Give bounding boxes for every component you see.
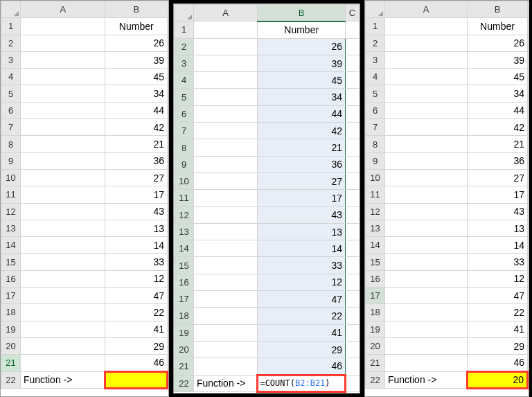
row-header[interactable]: 7	[175, 123, 194, 139]
cell[interactable]	[346, 291, 360, 308]
cell[interactable]	[194, 291, 258, 308]
row-header[interactable]: 21	[175, 358, 194, 375]
cell[interactable]	[385, 321, 468, 337]
cell[interactable]	[346, 375, 360, 391]
row-header[interactable]: 10	[175, 173, 194, 189]
cell-selected[interactable]: 33	[258, 257, 346, 274]
cell[interactable]	[21, 254, 105, 270]
select-all-corner[interactable]	[1, 1, 21, 18]
cell[interactable]: 39	[468, 51, 528, 68]
cell[interactable]	[194, 324, 258, 341]
select-all-corner[interactable]	[366, 1, 385, 18]
cell[interactable]: 44	[468, 102, 528, 118]
row-header[interactable]: 2	[1, 35, 21, 51]
row-header[interactable]: 11	[366, 186, 385, 203]
row-header[interactable]: 20	[366, 337, 385, 354]
cell[interactable]: 46	[468, 355, 528, 371]
cell[interactable]	[385, 35, 468, 51]
col-header-C[interactable]: C	[346, 5, 360, 21]
cell[interactable]	[385, 85, 468, 102]
cell[interactable]: 47	[468, 288, 528, 304]
cell[interactable]: 34	[468, 85, 528, 102]
cell-selected[interactable]: 29	[258, 341, 346, 358]
row-header[interactable]: 13	[366, 220, 385, 236]
cell[interactable]	[346, 240, 360, 257]
row-header[interactable]: 12	[366, 203, 385, 220]
cell[interactable]	[21, 355, 105, 371]
cell[interactable]: 45	[468, 69, 528, 85]
cell[interactable]	[346, 123, 360, 139]
cell[interactable]	[194, 55, 258, 71]
grid-3[interactable]: A B 1Number 226 339 445 534 644 742 821 …	[365, 1, 529, 389]
cell[interactable]	[21, 69, 105, 85]
select-all-corner[interactable]	[175, 5, 194, 21]
row-header[interactable]: 5	[175, 89, 194, 105]
cell[interactable]	[194, 274, 258, 290]
cell-title[interactable]: Number	[258, 21, 346, 38]
row-header[interactable]: 22	[175, 375, 194, 391]
row-header[interactable]: 8	[1, 136, 21, 152]
cell[interactable]: 26	[105, 35, 168, 51]
row-header[interactable]: 18	[1, 304, 21, 321]
grid-1[interactable]: A B 1Number 226 339 445 534 644 742 821 …	[1, 1, 168, 389]
cell[interactable]	[21, 85, 105, 102]
cell[interactable]	[346, 72, 360, 89]
cell[interactable]	[194, 223, 258, 240]
cell[interactable]	[346, 324, 360, 341]
cell[interactable]	[385, 288, 468, 304]
cell[interactable]	[21, 186, 105, 203]
cell[interactable]: 27	[105, 169, 168, 186]
row-header[interactable]: 17	[1, 288, 21, 304]
cell[interactable]	[346, 190, 360, 206]
cell[interactable]	[21, 203, 105, 220]
row-header[interactable]: 1	[366, 18, 385, 35]
function-label[interactable]: Function ->	[21, 371, 105, 388]
cell[interactable]	[346, 105, 360, 122]
cell[interactable]	[21, 152, 105, 169]
cell[interactable]	[194, 190, 258, 206]
row-header[interactable]: 2	[175, 38, 194, 55]
cell[interactable]	[21, 169, 105, 186]
cell-selected[interactable]: 21	[258, 139, 346, 156]
cell[interactable]: 34	[105, 85, 168, 102]
cell[interactable]	[21, 102, 105, 118]
cell[interactable]: 42	[468, 119, 528, 136]
cell-selected[interactable]: 27	[258, 173, 346, 189]
row-header[interactable]: 19	[1, 321, 21, 337]
row-header[interactable]: 18	[366, 304, 385, 321]
cell[interactable]: 12	[105, 270, 168, 287]
cell[interactable]: 22	[105, 304, 168, 321]
cell[interactable]: 43	[468, 203, 528, 220]
cell[interactable]	[346, 274, 360, 290]
cell[interactable]	[21, 119, 105, 136]
cell[interactable]	[346, 55, 360, 71]
row-header[interactable]: 20	[1, 337, 21, 354]
col-header-B[interactable]: B	[468, 1, 528, 18]
cell[interactable]: 29	[105, 337, 168, 354]
cell[interactable]: 21	[468, 136, 528, 152]
cell-selected[interactable]: 42	[258, 123, 346, 139]
cell[interactable]	[385, 237, 468, 254]
cell[interactable]	[346, 206, 360, 223]
cell-selected[interactable]: 46	[258, 358, 346, 375]
cell[interactable]	[385, 355, 468, 371]
cell[interactable]	[385, 102, 468, 118]
formula-editing-cell[interactable]: =COUNT(B2:B21)	[258, 375, 346, 391]
cell[interactable]	[21, 304, 105, 321]
row-header[interactable]: 2	[366, 35, 385, 51]
cell[interactable]	[346, 223, 360, 240]
row-header[interactable]: 19	[175, 324, 194, 341]
cell[interactable]	[385, 270, 468, 287]
cell[interactable]: 21	[105, 136, 168, 152]
formula-target-cell-empty[interactable]	[105, 371, 168, 388]
cell[interactable]	[21, 35, 105, 51]
row-header[interactable]: 1	[1, 18, 21, 35]
cell[interactable]	[385, 169, 468, 186]
cell[interactable]: 41	[105, 321, 168, 337]
cell[interactable]: 43	[105, 203, 168, 220]
cell[interactable]	[385, 254, 468, 270]
col-header-A[interactable]: A	[21, 1, 105, 18]
cell[interactable]	[194, 240, 258, 257]
cell-selected[interactable]: 22	[258, 308, 346, 324]
cell[interactable]: 36	[105, 152, 168, 169]
